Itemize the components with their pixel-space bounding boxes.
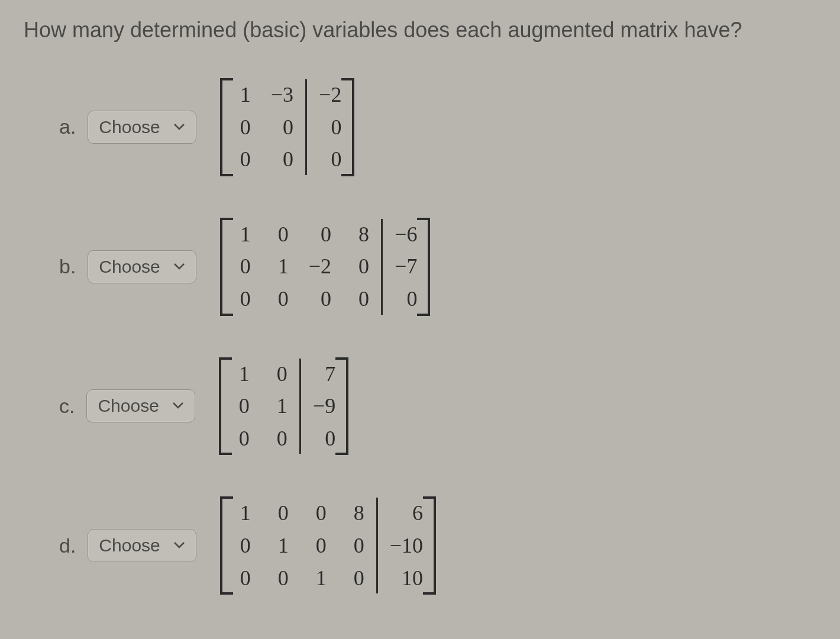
matrix-cell: 7	[313, 360, 335, 389]
matrix-cell: 0	[270, 424, 287, 453]
problem-a: a. Choose 1 −3 0 0 0 0 −2	[24, 78, 816, 176]
matrix-cell: 1	[232, 360, 250, 389]
matrix-cell: 0	[271, 564, 289, 593]
matrix-cell: −7	[395, 252, 417, 281]
matrix-cell: 0	[233, 531, 251, 560]
matrix-cell: 0	[271, 113, 293, 142]
problem-d: d. Choose 1 0 0 8 0 1 0 0 0 0	[24, 496, 816, 595]
choose-label: Choose	[99, 117, 160, 137]
choose-label: Choose	[99, 535, 160, 556]
matrix-cell: 0	[309, 531, 327, 560]
part-label-c: c.	[59, 395, 75, 418]
matrix-cell: −10	[390, 531, 423, 560]
matrix-cell: 1	[233, 80, 251, 109]
matrix-cell: 0	[271, 499, 289, 528]
matrix-cell: 0	[351, 252, 369, 281]
chevron-down-icon	[173, 122, 185, 133]
problem-c: c. Choose 1 0 0 1 0 0 7 −9	[24, 357, 816, 456]
matrix-cell: 0	[232, 424, 250, 453]
question-text: How many determined (basic) variables do…	[24, 18, 816, 43]
matrix-cell: 10	[390, 564, 423, 593]
matrix-cell: 0	[347, 564, 364, 593]
matrix-cell: 1	[270, 392, 287, 421]
matrix-b: 1 0 0 8 0 1 −2 0 0 0 0 0 −6 −7 0	[220, 218, 431, 316]
matrix-cell: 1	[233, 220, 251, 249]
matrix-cell: 0	[309, 220, 331, 249]
chevron-down-icon	[173, 262, 185, 272]
choose-label: Choose	[98, 396, 159, 416]
matrix-cell: −2	[319, 80, 341, 109]
matrix-cell: 1	[309, 564, 327, 593]
matrix-cell: 0	[233, 113, 251, 142]
page: How many determined (basic) variables do…	[0, 0, 840, 612]
chevron-down-icon	[173, 540, 185, 551]
matrix-cell: 0	[233, 145, 251, 174]
matrix-cell: 0	[233, 564, 251, 593]
augment-bar	[381, 219, 383, 315]
choose-dropdown-a[interactable]: Choose	[88, 111, 196, 144]
matrix-cell: 0	[313, 424, 335, 453]
matrix-cell: 0	[351, 285, 369, 314]
matrix-cell: 1	[271, 252, 289, 281]
matrix-cell: 0	[271, 145, 293, 174]
problem-b: b. Choose 1 0 0 8 0 1 −2 0 0 0	[24, 218, 816, 316]
part-label-a: a.	[59, 115, 76, 138]
matrix-cell: 8	[351, 220, 369, 249]
matrix-cell: 1	[271, 531, 289, 560]
part-label-d: d.	[59, 534, 76, 557]
augment-bar	[305, 79, 307, 175]
matrix-cell: −2	[309, 252, 331, 281]
matrix-cell: −3	[271, 80, 293, 109]
part-label-b: b.	[59, 255, 76, 278]
choose-dropdown-b[interactable]: Choose	[88, 250, 196, 283]
matrix-cell: −9	[313, 392, 335, 421]
matrix-cell: 0	[319, 113, 341, 142]
augment-bar	[376, 498, 378, 593]
matrix-cell: 6	[390, 499, 423, 528]
chevron-down-icon	[172, 401, 184, 411]
matrix-cell: −6	[395, 220, 417, 249]
choose-dropdown-d[interactable]: Choose	[88, 529, 196, 562]
matrix-cell: 0	[309, 499, 327, 528]
matrix-a: 1 −3 0 0 0 0 −2 0 0	[220, 78, 355, 176]
matrix-cell: 0	[395, 285, 417, 314]
matrix-cell: 0	[319, 145, 341, 174]
matrix-cell: 0	[271, 220, 289, 249]
matrix-cell: 0	[309, 285, 331, 314]
matrix-c: 1 0 0 1 0 0 7 −9 0	[219, 357, 348, 456]
augment-bar	[299, 359, 301, 454]
matrix-cell: 0	[270, 360, 287, 389]
matrix-cell: 8	[347, 499, 364, 528]
matrix-cell: 0	[232, 392, 250, 421]
matrix-cell: 0	[233, 285, 251, 314]
matrix-cell: 0	[347, 531, 364, 560]
choose-dropdown-c[interactable]: Choose	[86, 389, 195, 422]
matrix-cell: 1	[233, 499, 251, 528]
matrix-d: 1 0 0 8 0 1 0 0 0 0 1 0 6 −10 10	[220, 496, 436, 595]
choose-label: Choose	[99, 257, 160, 277]
matrix-cell: 0	[233, 252, 251, 281]
matrix-cell: 0	[271, 285, 289, 314]
